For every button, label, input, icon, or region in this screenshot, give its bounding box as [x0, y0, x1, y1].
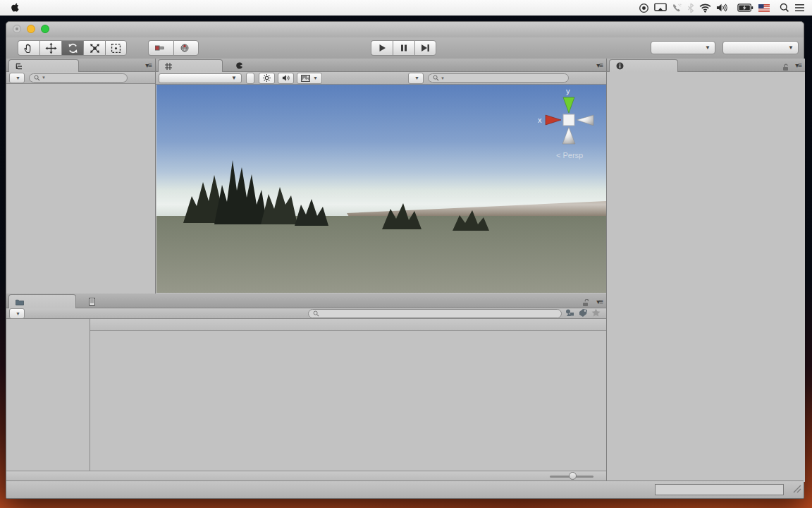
chevron-down-icon: ▼ [788, 44, 794, 51]
macos-menubar [0, 0, 812, 16]
pivot-center-button[interactable] [148, 40, 173, 56]
scene-lighting-toggle[interactable] [259, 73, 275, 84]
thumbnail-zoom-knob[interactable] [569, 472, 577, 480]
inspector-panel-menu-icon[interactable]: ▾≡ [795, 61, 801, 69]
project-toolbar: ▼ [6, 308, 606, 319]
pivot-local-button[interactable] [173, 40, 199, 56]
scene-tabbar: ▾≡ [156, 59, 606, 72]
step-button[interactable] [414, 40, 436, 56]
status-bar [6, 480, 804, 498]
gizmos-dropdown[interactable]: ▼ [408, 73, 424, 84]
tab-console[interactable] [82, 294, 146, 308]
favorites-star-button[interactable] [591, 307, 601, 320]
window-resize-grip[interactable] [792, 483, 801, 496]
layers-dropdown[interactable]: ▼ [651, 41, 715, 54]
chevron-down-icon: ▼ [16, 75, 20, 80]
svg-text:x: x [538, 116, 542, 124]
inspector-body [607, 72, 805, 482]
search-filter-arrow-icon: ▼ [42, 75, 46, 80]
search-by-type-button[interactable] [565, 307, 575, 320]
progress-text [656, 485, 783, 495]
input-language-flag-icon[interactable] [758, 4, 770, 12]
battery-icon [737, 4, 753, 12]
project-panel-menu-icon[interactable]: ▾≡ [596, 298, 603, 306]
svg-text:< Persp: < Persp [556, 151, 583, 159]
sun-icon [263, 74, 271, 82]
rotate-tool-button[interactable] [61, 40, 83, 56]
pivot-toggles [148, 40, 199, 56]
unity-window: ▼ ▼ ▾≡ ▼ ▼ [6, 21, 804, 499]
hierarchy-create-button[interactable]: ▼ [9, 73, 25, 83]
chevron-down-icon: ▼ [16, 311, 20, 316]
tab-scene[interactable] [158, 59, 223, 72]
scene-icon [165, 63, 172, 70]
svg-text:y: y [566, 87, 570, 95]
tab-project[interactable] [8, 294, 76, 308]
close-button[interactable] [13, 25, 21, 33]
notification-center-icon[interactable] [794, 4, 805, 12]
playmode-controls [371, 40, 436, 56]
tab-game[interactable] [230, 59, 286, 72]
volume-icon[interactable] [716, 3, 727, 13]
project-panel: ▾≡ ▼ [6, 294, 607, 482]
move-tool-button[interactable] [39, 40, 61, 56]
hierarchy-search-field[interactable]: ▼ [29, 73, 128, 83]
hierarchy-icon [16, 63, 23, 70]
image-icon [301, 75, 310, 82]
apple-menu-icon[interactable] [7, 3, 26, 13]
pause-button[interactable] [393, 40, 414, 56]
tab-inspector[interactable] [609, 59, 678, 72]
window-titlebar[interactable] [6, 22, 804, 38]
play-button[interactable] [371, 40, 393, 56]
console-icon [89, 298, 95, 306]
record-icon[interactable] [639, 3, 649, 13]
lightmapping-progress-bar[interactable] [655, 484, 784, 495]
layout-dropdown[interactable]: ▼ [722, 41, 799, 54]
minimize-button[interactable] [27, 25, 35, 33]
hand-tool-button[interactable] [18, 40, 39, 56]
tab-hierarchy[interactable] [8, 59, 79, 72]
chevron-down-icon: ▼ [231, 75, 237, 81]
project-create-button[interactable]: ▼ [9, 308, 25, 319]
scene-viewport[interactable]: y x < Persp [156, 85, 606, 293]
search-icon [313, 310, 319, 317]
chevron-down-icon: ▼ [414, 75, 419, 80]
hierarchy-toolbar: ▼ ▼ [6, 72, 155, 84]
scene-panel: ▾≡ ▼ ▼ ▼ [156, 59, 607, 294]
search-icon [34, 75, 40, 81]
chevron-down-icon: ▼ [313, 75, 318, 80]
chevron-down-icon: ▼ [705, 44, 710, 51]
phone-icon[interactable] [672, 3, 682, 13]
zoom-button[interactable] [41, 25, 49, 33]
scene-audio-toggle[interactable] [278, 73, 294, 84]
scene-toolbar: ▼ ▼ ▼ ▼ [156, 72, 606, 85]
screen: ▼ ▼ ▾≡ ▼ ▼ [0, 0, 812, 508]
folder-icon [16, 298, 24, 306]
scene-panel-menu-icon[interactable]: ▾≡ [596, 61, 603, 69]
bluetooth-icon[interactable] [687, 3, 694, 13]
inspector-panel: ▾≡ [607, 59, 805, 482]
project-search-field[interactable] [308, 309, 562, 318]
speaker-icon [282, 74, 290, 82]
project-folder-tree [6, 319, 90, 471]
hierarchy-panel: ▾≡ ▼ ▼ [6, 59, 156, 294]
project-tabbar: ▾≡ [6, 294, 606, 308]
scale-tool-button[interactable] [83, 40, 105, 56]
2d-toggle-button[interactable] [246, 73, 254, 84]
display-mirroring-icon[interactable] [654, 3, 667, 13]
search-icon [433, 75, 439, 81]
search-by-label-button[interactable] [579, 307, 588, 320]
scene-render: y x < Persp [156, 85, 606, 293]
spotlight-search-icon[interactable] [780, 3, 789, 13]
hierarchy-tabbar: ▾≡ [6, 59, 155, 72]
hierarchy-panel-menu-icon[interactable]: ▾≡ [145, 61, 152, 69]
search-filter-arrow-icon: ▼ [441, 76, 445, 80]
assets-path-header [90, 319, 606, 331]
scene-effects-dropdown[interactable]: ▼ [297, 73, 322, 84]
game-icon [236, 62, 243, 69]
unity-toolbar: ▼ ▼ [6, 37, 804, 59]
scene-search-field[interactable]: ▼ [428, 73, 569, 83]
wifi-icon[interactable] [699, 4, 711, 13]
rect-tool-button[interactable] [105, 40, 127, 56]
draw-mode-dropdown[interactable]: ▼ [159, 73, 242, 83]
